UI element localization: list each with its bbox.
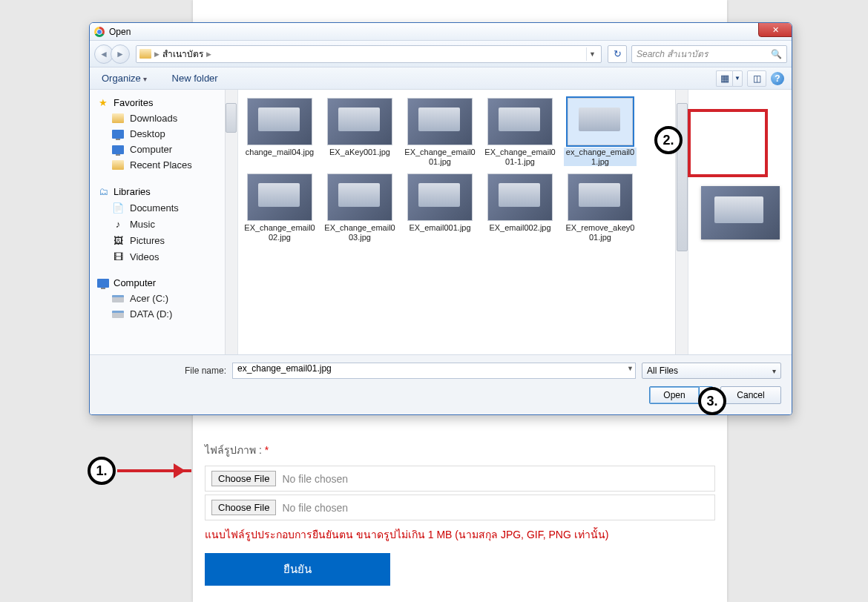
refresh-button[interactable]: ↻: [608, 45, 627, 63]
close-icon: ✕: [772, 25, 779, 35]
file-name: EX_change_email001-1.jpg: [484, 148, 556, 166]
file-item[interactable]: ex_change_email01.jpg: [562, 96, 639, 168]
sidebar-label: Pictures: [130, 235, 165, 246]
navigation-bar: ◄ ► ▶ สำเนาบัตร ▶ ▼ ↻ Search สำเนาบัตร 🔍: [90, 41, 792, 67]
help-button[interactable]: ?: [771, 72, 784, 85]
sidebar-item-recent[interactable]: Recent Places: [93, 157, 234, 173]
sidebar-item-pictures[interactable]: 🖼Pictures: [93, 232, 234, 248]
file-field-label: ไฟล์รูปภาพ : *: [205, 442, 715, 458]
preview-pane-toggle[interactable]: ◫: [747, 70, 766, 87]
thumbnails-icon: ▦: [720, 73, 729, 84]
file-list[interactable]: change_mail04.jpgEX_aKey001.jpgEX_change…: [238, 90, 675, 354]
toolbar: Organize New folder ▦ ▼ ◫ ?: [90, 67, 792, 90]
computer-icon: [97, 279, 109, 288]
videos-icon: 🎞: [112, 251, 124, 262]
sidebar-item-videos[interactable]: 🎞Videos: [93, 248, 234, 265]
open-button-group: Open ▼: [649, 386, 713, 404]
documents-icon: 📄: [112, 202, 124, 214]
dialog-titlebar: Open ✕: [90, 23, 792, 41]
recent-icon: [112, 160, 124, 170]
breadcrumb-dropdown[interactable]: ▼: [586, 47, 598, 61]
file-input-row-2: Choose File No file chosen: [205, 494, 715, 520]
file-name: EX_change_email002.jpg: [243, 223, 316, 242]
breadcrumb-separator: ▶: [206, 50, 211, 58]
view-mode-button[interactable]: ▦ ▼: [716, 70, 743, 87]
sidebar-label: Acer (C:): [130, 293, 168, 304]
file-thumbnail: [327, 98, 392, 145]
sidebar-label: Desktop: [130, 128, 165, 139]
sidebar-item-documents[interactable]: 📄Documents: [93, 199, 234, 216]
sidebar-item-music[interactable]: ♪Music: [93, 216, 234, 232]
file-name: ex_change_email01.jpg: [564, 148, 637, 166]
sidebar-favorites[interactable]: ★ Favorites: [93, 94, 234, 110]
open-file-dialog: Open ✕ ◄ ► ▶ สำเนาบัตร ▶ ▼ ↻ Search สำเน…: [89, 22, 792, 415]
filepane-scrollbar[interactable]: [675, 90, 688, 354]
file-thumbnail: [247, 98, 312, 145]
filename-label: File name:: [100, 366, 226, 376]
drive-icon: [112, 311, 124, 318]
filetype-select[interactable]: All Files: [642, 363, 781, 379]
sidebar-item-downloads[interactable]: Downloads: [93, 110, 234, 126]
view-dropdown-icon[interactable]: ▼: [732, 70, 743, 87]
search-input[interactable]: Search สำเนาบัตร 🔍: [631, 45, 787, 63]
file-name: EX_email002.jpg: [489, 223, 550, 233]
breadcrumb-bar[interactable]: ▶ สำเนาบัตร ▶ ▼: [136, 45, 602, 63]
cancel-button[interactable]: Cancel: [720, 386, 781, 404]
file-name: EX_aKey001.jpg: [329, 148, 390, 157]
file-item[interactable]: EX_change_email001-1.jpg: [481, 96, 559, 168]
nav-buttons: ◄ ►: [94, 44, 130, 64]
sidebar-item-drive-d[interactable]: DATA (D:): [93, 306, 234, 322]
file-name: EX_change_email003.jpg: [323, 223, 396, 242]
sidebar-computer[interactable]: Computer: [93, 275, 234, 291]
pictures-icon: 🖼: [112, 234, 124, 246]
file-item[interactable]: change_mail04.jpg: [241, 96, 318, 168]
choose-file-button-1[interactable]: Choose File: [211, 471, 276, 486]
search-icon: 🔍: [771, 49, 782, 59]
file-thumbnail: [407, 98, 473, 145]
close-button[interactable]: ✕: [758, 22, 792, 37]
organize-menu[interactable]: Organize: [97, 70, 151, 86]
file-item[interactable]: EX_remove_akey001.jpg: [562, 171, 639, 244]
file-thumbnail: [487, 98, 553, 145]
sidebar-item-drive-c[interactable]: Acer (C:): [93, 291, 234, 306]
folder-icon: [139, 49, 151, 59]
submit-button[interactable]: ยืนยัน: [205, 553, 390, 586]
sidebar-item-computer-link[interactable]: Computer: [93, 142, 234, 157]
filename-input[interactable]: ex_change_email01.jpg ▼: [232, 363, 636, 379]
choose-file-button-2[interactable]: Choose File: [211, 500, 276, 515]
file-item[interactable]: EX_change_email001.jpg: [401, 96, 479, 168]
scrollbar-thumb[interactable]: [226, 103, 237, 133]
file-warning-text: แนบไฟล์รูปประกอบการยืนยันตน ขนาดรูปไม่เก…: [205, 526, 715, 543]
file-thumbnail: [247, 173, 312, 221]
sidebar-label: Videos: [130, 251, 160, 262]
annot-1-text: 1.: [96, 463, 107, 479]
libraries-icon: 🗂: [97, 185, 109, 197]
file-item[interactable]: EX_change_email003.jpg: [321, 171, 398, 244]
sidebar-libraries[interactable]: 🗂 Libraries: [93, 183, 234, 199]
file-thumbnail: [568, 98, 633, 145]
no-file-text-2: No file chosen: [282, 502, 348, 514]
file-thumbnail: [327, 173, 392, 221]
sidebar-scrollbar[interactable]: [225, 90, 237, 354]
sidebar-label: Music: [130, 219, 155, 230]
scrollbar-thumb[interactable]: [677, 103, 688, 251]
open-button[interactable]: Open: [649, 386, 700, 404]
desktop-icon: [112, 130, 124, 139]
sidebar-label: Documents: [130, 202, 179, 214]
file-item[interactable]: EX_email001.jpg: [401, 171, 479, 244]
open-dropdown[interactable]: ▼: [700, 386, 713, 404]
forward-button[interactable]: ►: [111, 44, 130, 64]
file-item[interactable]: EX_email002.jpg: [481, 171, 559, 244]
file-pane: change_mail04.jpgEX_aKey001.jpgEX_change…: [238, 90, 792, 354]
sidebar-label: DATA (D:): [130, 308, 172, 320]
sidebar-item-desktop[interactable]: Desktop: [93, 126, 234, 142]
breadcrumb-folder[interactable]: สำเนาบัตร: [162, 47, 203, 61]
preview-pane: [688, 90, 792, 354]
file-item[interactable]: EX_change_email002.jpg: [241, 171, 318, 244]
filename-dropdown-icon[interactable]: ▼: [627, 365, 634, 372]
new-folder-button[interactable]: New folder: [168, 70, 223, 86]
annotation-arrow-1: [117, 469, 191, 472]
file-thumbnail: [407, 173, 473, 221]
file-item[interactable]: EX_aKey001.jpg: [321, 96, 398, 168]
file-name: EX_remove_akey001.jpg: [564, 223, 637, 242]
